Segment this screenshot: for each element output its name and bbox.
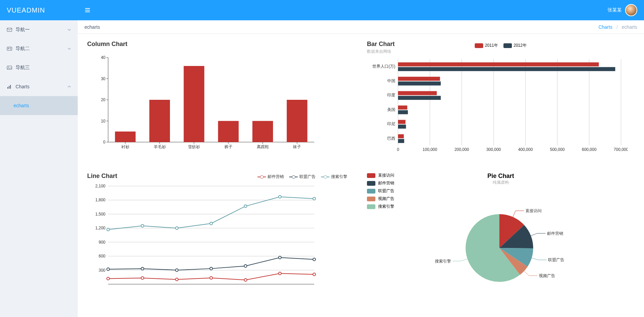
svg-text:600,000: 600,000 [582,147,597,152]
svg-rect-70 [398,110,408,114]
svg-rect-76 [398,139,404,143]
svg-text:世界人口(万): 世界人口(万) [372,64,395,69]
svg-rect-31 [184,66,204,142]
page-title: echarts [84,24,100,30]
bar-chart-icon [7,84,12,89]
svg-point-95 [210,276,213,279]
sidebar-item-nav2[interactable]: 导航二 [0,39,78,58]
svg-text:100,000: 100,000 [423,147,438,152]
svg-rect-9 [10,85,11,89]
column-chart-panel: Column Chart 010203040衬衫羊毛衫雪纺衫裤子高跟鞋袜子 [84,41,357,166]
svg-rect-63 [398,77,440,81]
svg-text:雪纺衫: 雪纺衫 [188,144,200,149]
chart-title: Pie Chart [364,173,637,180]
svg-text:视频广告: 视频广告 [539,273,555,278]
svg-point-105 [313,258,316,261]
breadcrumb-path: Charts / echarts [598,24,637,30]
svg-text:印尼: 印尼 [387,121,395,126]
sidebar: VUEADMIN 导航一 导航二 [0,0,78,317]
sidebar-menu: 导航一 导航二 [0,20,78,317]
svg-point-92 [107,277,109,280]
legend-item[interactable]: 2012年 [503,43,527,48]
line-chart-panel: Line Chart 邮件营销联盟广告搜索引擎 3006009001,2001,… [84,173,357,298]
legend-item[interactable]: 视频广告 [367,196,394,202]
logo: VUEADMIN [0,0,78,20]
svg-text:袜子: 袜子 [293,144,301,149]
svg-point-112 [313,197,316,200]
svg-point-103 [244,265,247,267]
sidebar-item-label: 导航二 [16,46,30,52]
svg-point-98 [313,273,316,276]
svg-text:裤子: 裤子 [224,144,232,149]
svg-text:600: 600 [99,254,105,258]
svg-text:10: 10 [101,119,106,123]
bar-chart-panel: Bar Chart 数据来自网络 2011年2012年 0100,000200,… [364,41,637,166]
svg-point-102 [210,267,213,270]
svg-text:衬衫: 衬衫 [121,144,129,149]
svg-point-104 [278,256,281,259]
svg-rect-60 [398,62,599,66]
legend-item[interactable]: 搜索引擎 [367,204,394,209]
svg-rect-1 [7,47,12,50]
user-name: 张某某 [608,7,622,13]
hamburger-icon[interactable] [84,7,91,13]
svg-text:0: 0 [103,140,105,144]
svg-text:印度: 印度 [387,93,395,97]
legend-item[interactable]: 联盟广告 [367,188,394,194]
chart-title: Column Chart [87,41,127,48]
line-chart[interactable]: 3006009001,2001,5001,8002,100 [84,173,321,291]
legend-item[interactable]: 2011年 [475,43,498,48]
svg-point-111 [278,196,281,198]
svg-point-110 [244,205,247,207]
legend-item[interactable]: 联盟广告 [289,174,316,180]
avatar [625,4,637,16]
svg-text:300: 300 [99,268,105,273]
svg-text:巴西: 巴西 [387,136,395,141]
sidebar-item-charts[interactable]: Charts [0,77,78,96]
breadcrumb-link[interactable]: Charts [598,24,612,30]
svg-rect-25 [115,132,135,142]
svg-text:1,500: 1,500 [95,212,105,217]
main: 张某某 echarts Charts / echarts Column Char… [78,0,644,317]
chart-subtitle: 数据来自网络 [367,49,391,54]
legend-item[interactable]: 搜索引擎 [321,174,347,180]
svg-text:900: 900 [99,240,105,245]
chevron-down-icon [68,28,71,31]
breadcrumb: echarts Charts / echarts [78,20,644,34]
sidebar-item-nav3[interactable]: 导航三 [0,58,78,77]
column-chart[interactable]: 010203040衬衫羊毛衫雪纺衫裤子高跟鞋袜子 [84,41,321,159]
svg-rect-69 [398,106,407,110]
svg-rect-40 [287,100,307,142]
svg-rect-8 [9,86,9,89]
pie-chart-panel: 直接访问邮件营销联盟广告视频广告搜索引擎 Pie Chart 纯属虚构 直接访问… [364,173,637,298]
breadcrumb-current: echarts [622,24,637,30]
sidebar-item-nav1[interactable]: 导航一 [0,20,78,39]
svg-text:直接访问: 直接访问 [525,208,542,213]
sidebar-subitem-echarts[interactable]: echarts [0,96,78,115]
sidebar-item-label: 导航三 [16,65,30,71]
svg-text:700,000: 700,000 [614,147,628,152]
svg-rect-72 [398,120,405,124]
legend-item[interactable]: 邮件营销 [367,180,394,186]
svg-point-106 [107,228,109,231]
svg-text:40: 40 [101,55,106,60]
svg-text:0: 0 [397,147,399,152]
user-menu[interactable]: 张某某 [608,4,637,16]
legend-item[interactable]: 邮件营销 [257,174,284,180]
svg-rect-37 [252,121,273,142]
svg-rect-34 [218,121,239,142]
svg-text:美国: 美国 [387,107,395,112]
line-legend: 邮件营销联盟广告搜索引擎 [257,174,347,180]
svg-text:中国: 中国 [387,78,395,83]
pie-chart[interactable]: 直接访问邮件营销联盟广告视频广告搜索引擎 [364,185,628,297]
svg-point-109 [210,222,213,225]
svg-text:联盟广告: 联盟广告 [548,257,564,262]
svg-text:邮件营销: 邮件营销 [547,231,563,236]
app-root: VUEADMIN 导航一 导航二 [0,0,644,317]
svg-text:200,000: 200,000 [454,147,469,152]
bar-chart[interactable]: 0100,000200,000300,000400,000500,000600,… [364,41,628,159]
svg-text:20: 20 [101,97,106,102]
svg-rect-61 [398,67,615,71]
svg-text:搜索引擎: 搜索引擎 [435,259,451,264]
legend-item[interactable]: 直接访问 [367,173,394,178]
